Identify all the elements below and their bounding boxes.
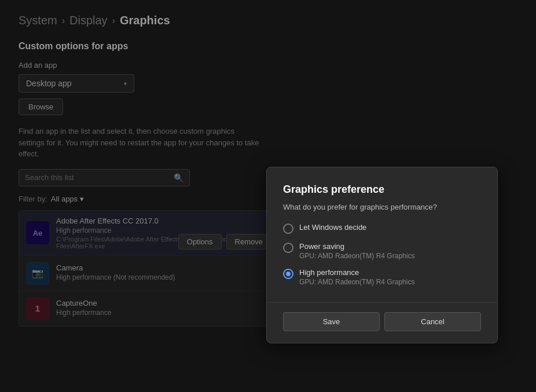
radio-item-power-saving[interactable]: Power saving GPU: AMD Radeon(TM) R4 Grap… bbox=[283, 242, 481, 260]
graphics-preference-dialog: Graphics preference What do you prefer f… bbox=[266, 167, 498, 343]
radio-circle-power-saving bbox=[283, 243, 293, 253]
radio-label: High performance bbox=[299, 268, 481, 277]
radio-circle-let-windows bbox=[283, 224, 293, 234]
radio-item-high-performance[interactable]: High performance GPU: AMD Radeon(TM) R4 … bbox=[283, 268, 481, 286]
radio-label: Let Windows decide bbox=[299, 223, 481, 232]
cancel-button[interactable]: Cancel bbox=[384, 312, 481, 331]
radio-text-high-performance: High performance GPU: AMD Radeon(TM) R4 … bbox=[299, 268, 481, 286]
radio-sublabel: GPU: AMD Radeon(TM) R4 Graphics bbox=[299, 278, 481, 286]
radio-item-let-windows[interactable]: Let Windows decide bbox=[283, 223, 481, 234]
radio-circle-high-performance bbox=[283, 269, 293, 279]
radio-group: Let Windows decide Power saving GPU: AMD… bbox=[283, 223, 481, 286]
dialog-footer: Save Cancel bbox=[267, 302, 497, 343]
radio-sublabel: GPU: AMD Radeon(TM) R4 Graphics bbox=[299, 252, 481, 260]
save-button[interactable]: Save bbox=[283, 312, 380, 331]
radio-label: Power saving bbox=[299, 242, 481, 251]
dialog-title: Graphics preference bbox=[283, 184, 481, 196]
radio-text-power-saving: Power saving GPU: AMD Radeon(TM) R4 Grap… bbox=[299, 242, 481, 260]
dialog-question: What do you prefer for graphics performa… bbox=[283, 203, 481, 211]
radio-text-let-windows: Let Windows decide bbox=[299, 223, 481, 232]
